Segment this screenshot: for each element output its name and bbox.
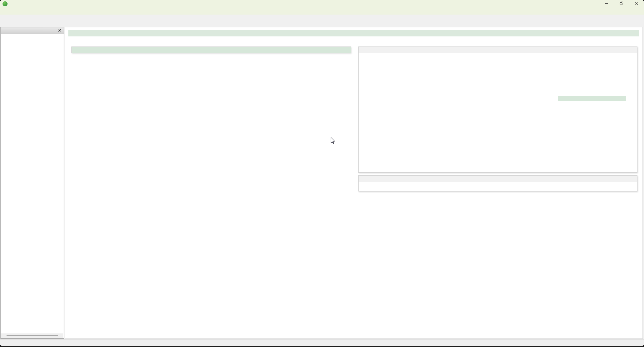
title-bar [0, 0, 644, 8]
status-bar [0, 339, 644, 346]
navigation-tree [1, 34, 64, 333]
transaction-statistics-panel [358, 175, 637, 191]
navigation-panel [1, 27, 64, 339]
app-window [0, 0, 644, 346]
income-vs-expenses-title [359, 47, 637, 53]
menu-bar [0, 8, 644, 15]
scrollbar-thumb[interactable] [7, 335, 58, 336]
cash-accounts-header-row [72, 47, 351, 53]
income-expenses-table-header [558, 96, 626, 101]
transaction-statistics-title [359, 176, 637, 182]
restore-button[interactable] [614, 0, 629, 8]
window-controls [599, 0, 644, 8]
close-icon [635, 2, 638, 6]
cash-accounts-panel [71, 46, 351, 53]
app-icon [3, 1, 8, 6]
navigation-panel-header [1, 27, 64, 34]
close-button[interactable] [629, 0, 644, 8]
dashboard-view [65, 27, 643, 339]
income-expenses-table [558, 96, 626, 101]
minimize-icon [605, 2, 608, 6]
minimize-button[interactable] [599, 0, 614, 8]
restore-icon [620, 2, 623, 6]
navigation-close-button[interactable] [58, 28, 62, 33]
income-expenses-bar-chart [359, 53, 637, 159]
toolbar [0, 15, 644, 27]
income-vs-expenses-panel [358, 46, 637, 173]
summary-bar [68, 30, 639, 36]
navigation-horizontal-scrollbar[interactable] [1, 333, 63, 338]
close-icon [58, 28, 61, 33]
